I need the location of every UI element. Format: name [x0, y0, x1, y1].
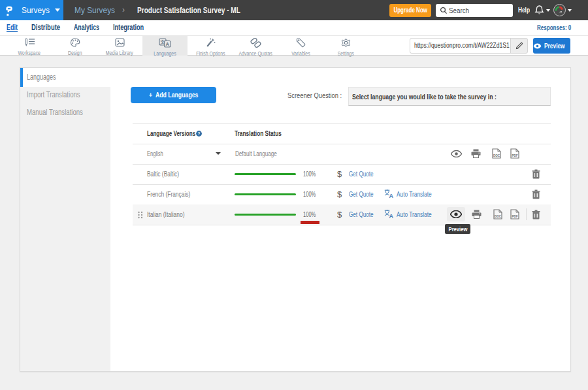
svg-text:A: A — [389, 193, 393, 199]
svg-text:A: A — [389, 213, 393, 219]
svg-text:?: ? — [198, 131, 201, 136]
svg-text:PDF: PDF — [512, 154, 517, 157]
svg-text:DOC: DOC — [493, 154, 500, 157]
svg-text:PDF: PDF — [512, 215, 517, 218]
svg-text:DOC: DOC — [495, 215, 502, 218]
svg-text:A: A — [165, 41, 169, 47]
